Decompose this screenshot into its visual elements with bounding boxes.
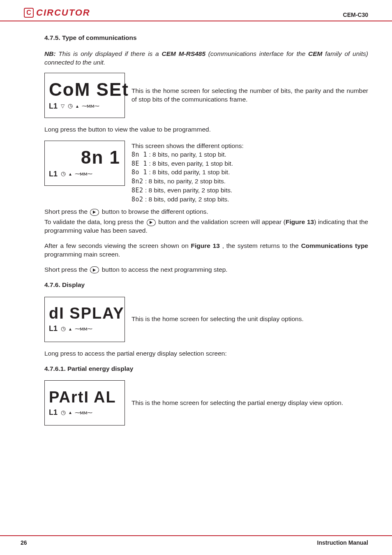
- lcd-main-partial: PArtI AL: [49, 389, 120, 405]
- lcd-screen-partial: PArtI AL L1 ◷▴⁓ᴍᴍ⁓: [44, 380, 125, 426]
- oval-button-icon: [90, 209, 99, 216]
- lcd-main-8n1: 8n 1: [49, 148, 120, 166]
- short-press-next: Short press the button to access the nex…: [44, 266, 368, 274]
- longpress-display: Long press to access the partial energy …: [44, 349, 368, 358]
- sn-a: Short press the: [44, 266, 89, 273]
- val-b: button and the validation screen will ap…: [157, 218, 286, 225]
- footer-label: Instruction Manual: [317, 539, 368, 546]
- clock-icon-3: ◷: [61, 325, 66, 333]
- opt-2: 8o 1 : 8 bits, odd parity, 1 stop bit.: [131, 168, 244, 177]
- opt-desc-0: : 8 bits, no parity, 1 stop bit.: [147, 151, 226, 158]
- pulse-icon-3: ⁓ᴍᴍ⁓: [75, 325, 92, 333]
- opt-desc-2: : 8 bits, odd parity, 1 stop bit.: [147, 169, 230, 176]
- section-heading-475: 4.7.5. Type of communications: [44, 34, 368, 42]
- brand-logo: C CIRCUTOR: [24, 7, 90, 18]
- lcd-status-row-2: L1 ◷▴⁓ᴍᴍ⁓: [49, 169, 120, 179]
- nb-cem2: CEM: [308, 50, 322, 57]
- lcd-main-comset: CoM SEt: [49, 81, 120, 99]
- up-triangle-icon: ▴: [76, 103, 78, 109]
- up-triangle-icon-4: ▴: [69, 409, 71, 416]
- opt-code-2: 8o 1: [131, 169, 147, 176]
- up-triangle-icon-2: ▴: [69, 171, 71, 177]
- opt-5: 8o2 : 8 bits, odd parity, 2 stop bits.: [131, 195, 244, 204]
- opt-code-0: 8n 1: [131, 151, 147, 158]
- screen-row-display: dI SPLAY L1 ◷▴⁓ᴍᴍ⁓ This is the home scre…: [44, 297, 368, 342]
- oval-button-icon-2: [147, 219, 156, 226]
- l1-indicator-2: L1: [49, 169, 58, 179]
- section-heading-4761: 4.7.6.1. Partial energy display: [44, 365, 368, 373]
- opt-code-3: 8n2: [131, 178, 143, 185]
- aft-ctype: Communications type: [301, 242, 368, 249]
- logo-icon: C: [24, 8, 34, 18]
- val-a: To validate the data, long press the: [44, 218, 146, 225]
- validate-para: To validate the data, long press the but…: [44, 218, 368, 235]
- opt-code-1: 8E 1: [131, 160, 147, 167]
- longpress-1: Long press the button to view the value …: [44, 125, 368, 134]
- screen-row-comset: CoM SEt L1 ▽ ◷▴⁓ᴍᴍ⁓ This is the home scr…: [44, 73, 368, 118]
- val-fig: Figure 13: [286, 218, 314, 225]
- opt-desc-5: : 8 bits, odd parity, 2 stop bits.: [143, 196, 229, 203]
- pulse-icon-2: ⁓ᴍᴍ⁓: [75, 170, 92, 178]
- opt-0: 8n 1 : 8 bits, no parity, 1 stop bit.: [131, 150, 244, 159]
- pulse-icon: ⁓ᴍᴍ⁓: [82, 102, 99, 110]
- comset-desc: This is the home screen for selecting th…: [131, 87, 368, 104]
- lcd-status-row-3: L1 ◷▴⁓ᴍᴍ⁓: [49, 324, 120, 333]
- l1-indicator-3: L1: [49, 324, 58, 333]
- brand-text: CIRCUTOR: [36, 7, 90, 18]
- model-label: CEM-C30: [343, 12, 368, 18]
- aft-b: , the system returns to the: [220, 242, 301, 249]
- oval-button-icon-3: [90, 266, 99, 273]
- screen-row-8n1: 8n 1 L1 ◷▴⁓ᴍᴍ⁓ This screen shows the dif…: [44, 141, 368, 204]
- lcd-status-row-4: L1 ◷▴⁓ᴍᴍ⁓: [49, 407, 120, 417]
- clock-icon-4: ◷: [61, 409, 66, 416]
- up-triangle-icon-3: ▴: [69, 326, 71, 332]
- opt-1: 8E 1 : 8 bits, even parity, 1 stop bit.: [131, 159, 244, 168]
- l1-indicator-4: L1: [49, 407, 58, 417]
- opt-3: 8n2 : 8 bits, no parity, 2 stop bits.: [131, 177, 244, 186]
- sb-b: button to browse the different options.: [100, 208, 208, 215]
- clock-icon-2: ◷: [61, 170, 66, 178]
- aft-a: After a few seconds viewing the screen s…: [44, 242, 191, 249]
- down-triangle-icon: ▽: [61, 103, 65, 109]
- section-heading-476: 4.7.6. Display: [44, 281, 368, 289]
- nb-note: NB: This is only displayed if there is a…: [44, 50, 368, 67]
- page-header: C CIRCUTOR CEM-C30: [0, 0, 392, 21]
- lcd-screen-comset: CoM SEt L1 ▽ ◷▴⁓ᴍᴍ⁓: [44, 73, 125, 118]
- nb-label: NB:: [44, 50, 56, 57]
- opt-desc-3: : 8 bits, no parity, 2 stop bits.: [143, 178, 226, 185]
- after-para: After a few seconds viewing the screen s…: [44, 242, 368, 259]
- aft-fig: Figure 13: [191, 242, 220, 249]
- page-content: 4.7.5. Type of communications NB: This i…: [0, 21, 392, 426]
- screen-row-partial: PArtI AL L1 ◷▴⁓ᴍᴍ⁓ This is the home scre…: [44, 380, 368, 426]
- page-number: 26: [21, 539, 27, 546]
- l1-indicator: L1: [49, 101, 58, 111]
- options-list: This screen shows the different options:…: [131, 141, 244, 204]
- short-press-browse: Short press the button to browse the dif…: [44, 208, 368, 216]
- nb-text-2: (communications interface for the: [205, 50, 308, 57]
- aft-c: programming main screen.: [44, 251, 120, 258]
- sn-b: button to access the next programming st…: [100, 266, 227, 273]
- sb-a: Short press the: [44, 208, 89, 215]
- clock-icon: ◷: [68, 102, 73, 110]
- lcd-status-row: L1 ▽ ◷▴⁓ᴍᴍ⁓: [49, 101, 120, 111]
- opt-code-5: 8o2: [131, 196, 143, 203]
- display-desc: This is the home screen for selecting th…: [131, 315, 368, 324]
- opt-4: 8E2 : 8 bits, even parity, 2 stop bits.: [131, 186, 244, 195]
- lcd-screen-8n1: 8n 1 L1 ◷▴⁓ᴍᴍ⁓: [44, 141, 125, 186]
- partial-desc: This is the home screen for selecting th…: [131, 399, 368, 407]
- pulse-icon-4: ⁓ᴍᴍ⁓: [75, 409, 92, 416]
- options-intro: This screen shows the different options:: [131, 141, 244, 150]
- lcd-main-display: dI SPLAY: [49, 305, 120, 321]
- opt-desc-1: : 8 bits, even parity, 1 stop bit.: [147, 160, 233, 167]
- opt-code-4: 8E2: [131, 187, 143, 194]
- page-footer: 26 Instruction Manual: [0, 535, 392, 546]
- nb-text-1: This is only displayed if there is a: [56, 50, 162, 57]
- nb-cem1: CEM M-RS485: [161, 50, 205, 57]
- opt-desc-4: : 8 bits, even parity, 2 stop bits.: [143, 187, 233, 194]
- lcd-screen-display: dI SPLAY L1 ◷▴⁓ᴍᴍ⁓: [44, 297, 125, 342]
